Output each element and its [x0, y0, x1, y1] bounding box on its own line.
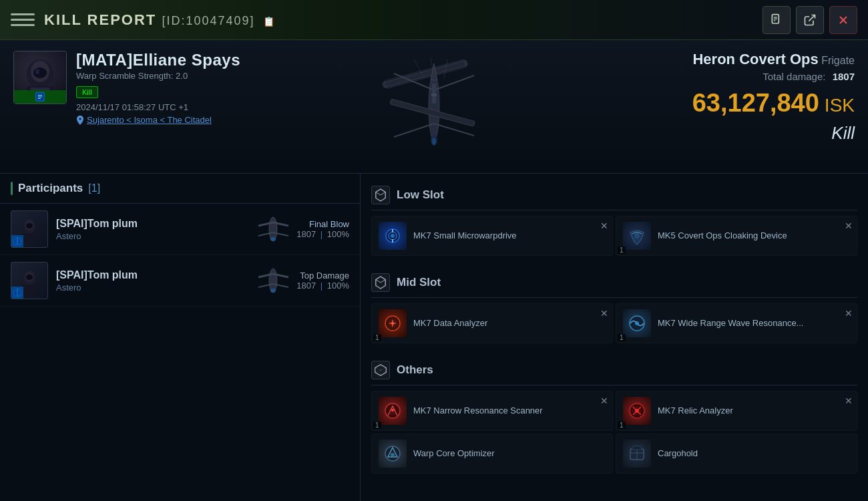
svg-rect-90 [632, 446, 642, 450]
item-icon-mwd [379, 222, 407, 250]
svg-line-23 [394, 124, 434, 137]
others-title: Others [397, 363, 433, 377]
item-icon-cargo [623, 440, 651, 468]
item-name-cloak: MK5 Covert Ops Cloaking Device [658, 230, 787, 242]
participant-name-1: [SPAI]Tom plum [56, 218, 244, 230]
total-damage: Total damage: 1807 [668, 71, 855, 82]
header: KILL REPORT [ID:10047409] 📋 [0, 0, 868, 40]
svg-point-78 [391, 409, 394, 411]
svg-point-9 [33, 67, 47, 78]
kill-result-label: Kill [668, 123, 855, 144]
svg-point-71 [635, 321, 639, 325]
participant-ship-1: Astero [56, 231, 244, 241]
svg-line-24 [434, 75, 474, 90]
damage-stat-1: 1807 | 100% [296, 229, 349, 239]
item-icon-scanner [379, 397, 407, 425]
participant-avatar-2 [11, 262, 48, 299]
avatar-badge [14, 90, 66, 104]
item-name-cargo: Cargohold [658, 448, 698, 460]
mid-slot-header: Mid Slot [371, 268, 857, 298]
equip-item-warp-core[interactable]: Warp Core Optimizer [371, 434, 613, 474]
participant-info-2: [SPAI]Tom plum Astero [56, 269, 244, 293]
low-slot-header: Low Slot [371, 180, 857, 210]
damage-stat-2: 1807 | 100% [296, 281, 349, 291]
header-title: KILL REPORT [ID:10047409] 📋 [44, 11, 763, 29]
corp-badge-2 [11, 287, 23, 299]
close-button[interactable] [829, 6, 857, 34]
mid-slot-title: Mid Slot [397, 276, 441, 289]
svg-point-63 [391, 234, 395, 238]
low-slot-icon [371, 186, 390, 204]
svg-point-58 [270, 289, 276, 293]
equipment-panel: Low Slot [361, 174, 868, 501]
report-id: [ID:10047409] [162, 14, 254, 27]
location-text: Sujarento < Isoma < The Citadel [87, 115, 212, 125]
destroy-icon-4: ✕ [845, 308, 853, 319]
participant-ship-2: Astero [56, 283, 244, 293]
svg-point-37 [26, 223, 33, 228]
svg-point-64 [634, 233, 640, 238]
equip-item[interactable]: MK7 Small Microwarpdrive ✕ [371, 216, 613, 256]
equip-item-relic[interactable]: MK7 Relic Analyzer 1 ✕ [616, 391, 857, 431]
svg-point-83 [635, 409, 639, 413]
participant-item[interactable]: [SPAI]Tom plum Astero [0, 204, 360, 255]
svg-rect-34 [431, 94, 437, 96]
others-icon [371, 361, 390, 379]
equip-item-wave[interactable]: MK7 Wide Range Wave Resonance... 1 ✕ [616, 303, 857, 343]
mid-slot-grid: MK7 Data Analyzer 1 ✕ MK [371, 301, 857, 346]
svg-rect-38 [21, 233, 37, 242]
equip-item-scanner[interactable]: MK7 Narrow Resonance Scanner 1 ✕ [371, 391, 613, 431]
equip-item-analyzer[interactable]: MK7 Data Analyzer 1 ✕ [371, 303, 613, 343]
participant-ship-img-1 [250, 211, 296, 248]
ship-class: Frigate [821, 55, 855, 66]
low-slot-title: Low Slot [397, 188, 444, 202]
svg-point-49 [26, 275, 33, 280]
item-name-mwd: MK7 Small Microwarpdrive [413, 230, 517, 242]
blow-type-2: Top Damage [296, 271, 349, 281]
kill-badge: Kill [76, 86, 98, 98]
participants-header: Participants [1] [0, 174, 360, 204]
participants-panel: Participants [1] [0, 174, 361, 501]
item-name-scanner: MK7 Narrow Resonance Scanner [413, 405, 543, 417]
header-actions [763, 6, 857, 34]
item-count-scanner: 1 [373, 422, 381, 429]
mid-slot-icon [371, 273, 390, 292]
report-button[interactable] [763, 6, 791, 34]
svg-line-4 [809, 15, 815, 21]
ship-image [361, 47, 507, 167]
bottom-split: Participants [1] [0, 174, 868, 501]
svg-point-31 [432, 138, 436, 145]
equip-item-cloak[interactable]: MK5 Covert Ops Cloaking Device 1 ✕ [616, 216, 857, 256]
participant-info-1: [SPAI]Tom plum Astero [56, 218, 244, 241]
destroy-icon-2: ✕ [845, 220, 853, 231]
total-damage-value: 1807 [833, 71, 855, 82]
destroy-icon-5: ✕ [600, 395, 608, 406]
svg-point-86 [391, 453, 395, 457]
low-slot-section: Low Slot [361, 174, 868, 261]
item-count-relic: 1 [618, 422, 626, 429]
kill-banner: [MATA]Elliane Spays Warp Scramble Streng… [0, 40, 868, 174]
corp-badge-1 [11, 235, 23, 247]
others-header: Others [371, 355, 857, 385]
others-grid: MK7 Narrow Resonance Scanner 1 ✕ [371, 388, 857, 476]
item-count-analyzer: 1 [373, 334, 381, 341]
participants-title: Participants [18, 182, 83, 195]
menu-icon[interactable] [11, 8, 35, 32]
item-name-warp-core: Warp Core Optimizer [413, 448, 495, 460]
item-icon-analyzer [379, 309, 407, 337]
low-slot-grid: MK7 Small Microwarpdrive ✕ MK5 Cover [371, 213, 857, 259]
svg-line-25 [434, 124, 474, 136]
mid-slot-section: Mid Slot [361, 261, 868, 349]
svg-point-46 [270, 237, 276, 241]
participants-count: [1] [88, 182, 100, 194]
kill-stats: Heron Covert Ops Frigate Total damage: 1… [668, 51, 855, 144]
participant-item-2[interactable]: [SPAI]Tom plum Astero Top Damag [0, 255, 360, 307]
others-section: Others MK7 Narrow Resona [361, 349, 868, 479]
equip-item-cargo[interactable]: Cargohold [616, 434, 857, 474]
copy-icon[interactable]: 📋 [263, 16, 276, 27]
export-button[interactable] [796, 6, 824, 34]
blow-type-1: Final Blow [296, 219, 349, 229]
item-icon-warp-core [379, 440, 407, 468]
participant-name-2: [SPAI]Tom plum [56, 269, 244, 281]
ship-type: Heron Covert Ops [692, 51, 818, 67]
